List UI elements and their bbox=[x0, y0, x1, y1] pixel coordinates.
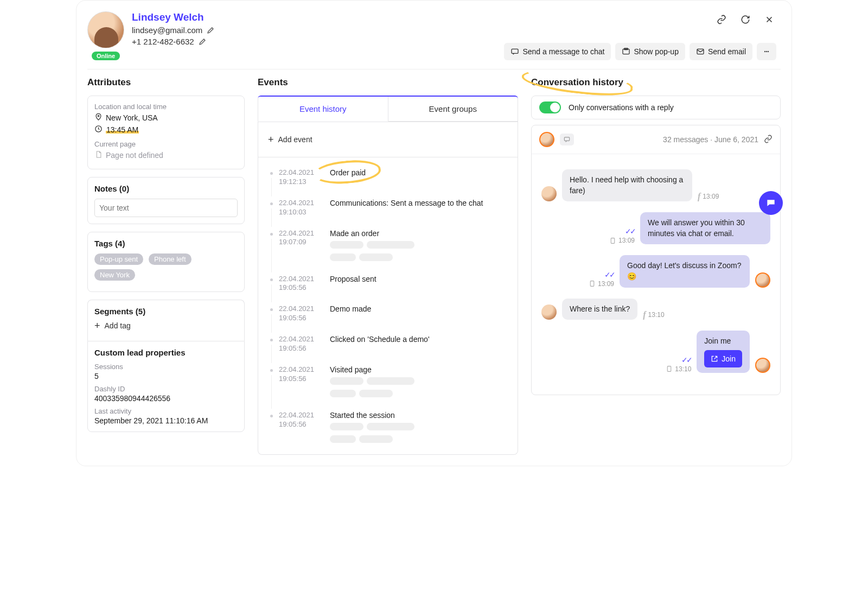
tag-item[interactable]: New York bbox=[94, 269, 135, 281]
timeline-item: 22.04.202119:05:56Started the session bbox=[258, 407, 518, 452]
svg-point-6 bbox=[768, 51, 769, 52]
timeline-item: 22.04.202119:05:56Clicked on 'Schedule a… bbox=[258, 331, 518, 361]
tag-item[interactable]: Phone left bbox=[149, 253, 192, 265]
notes-card: Notes (0) bbox=[87, 177, 245, 224]
tags-title: Tags (4) bbox=[94, 239, 238, 248]
svg-rect-9 bbox=[564, 137, 569, 141]
timeline-item: 22.04.202119:10:03Communications: Sent a… bbox=[258, 194, 518, 225]
page-icon bbox=[94, 150, 103, 160]
timeline-item: 22.04.202119:05:56Proposal sent bbox=[258, 270, 518, 301]
timeline-item: 22.04.202119:05:56Visited page bbox=[258, 361, 518, 407]
dashly-id-label: Dashly ID bbox=[94, 385, 238, 393]
custom-lead-card: Custom lead properties Sessions 5 Dashly… bbox=[87, 341, 245, 432]
segments-card: Segments (5) +Add tag bbox=[87, 300, 245, 341]
customer-avatar bbox=[541, 304, 557, 320]
segments-title: Segments (5) bbox=[94, 307, 238, 316]
operator-avatar bbox=[755, 272, 770, 288]
delivered-icon: ✓✓ bbox=[625, 227, 635, 236]
facebook-icon: f bbox=[643, 310, 646, 320]
tab-event-groups[interactable]: Event groups bbox=[388, 97, 519, 122]
svg-rect-12 bbox=[668, 366, 672, 372]
delivered-icon: ✓✓ bbox=[681, 356, 691, 364]
conversation-meta-text: 32 messages · June 6, 2021 bbox=[663, 135, 758, 144]
loc-label: Location and local time bbox=[94, 103, 238, 111]
chat-area: Hello. I need help with choosing a fare)… bbox=[532, 154, 780, 395]
pin-icon bbox=[94, 113, 103, 123]
dashly-id-value: 400335980944426556 bbox=[94, 394, 238, 403]
chat-message: Good day! Let's discuss in Zoom? 😊 bbox=[620, 255, 750, 287]
reply-filter-toggle[interactable] bbox=[539, 101, 561, 113]
operator-avatar bbox=[539, 132, 554, 147]
svg-point-15 bbox=[772, 202, 773, 203]
attributes-card: Location and local time New York, USA 13… bbox=[87, 96, 245, 169]
chat-channel-icon bbox=[560, 134, 574, 145]
last-activity-value: September 29, 2021 11:10:16 AM bbox=[94, 416, 238, 425]
notes-input[interactable] bbox=[94, 199, 238, 217]
timeline-item: 22.04.202119:07:09Made an order bbox=[258, 225, 518, 270]
send-email-button[interactable]: Send email bbox=[690, 43, 752, 60]
sessions-label: Sessions bbox=[94, 363, 238, 371]
svg-point-7 bbox=[98, 115, 99, 117]
join-button[interactable]: Join bbox=[704, 350, 742, 367]
facebook-icon: f bbox=[698, 192, 700, 201]
svg-point-14 bbox=[770, 202, 771, 203]
user-phone: +1 212-482-6632 bbox=[132, 37, 194, 46]
edit-phone-icon[interactable] bbox=[199, 38, 206, 46]
timeline-item: 22.04.202119:05:56Demo made bbox=[258, 300, 518, 331]
more-actions-button[interactable] bbox=[757, 43, 776, 60]
sessions-value: 5 bbox=[94, 372, 238, 380]
chat-message: Join me bbox=[704, 336, 742, 347]
svg-rect-10 bbox=[611, 238, 615, 244]
chat-message: Hello. I need help with choosing a fare) bbox=[562, 169, 692, 201]
edit-email-icon[interactable] bbox=[207, 27, 214, 34]
svg-rect-0 bbox=[512, 49, 518, 53]
chat-message: We will answer you within 30 minutes via… bbox=[640, 212, 770, 244]
tab-event-history[interactable]: Event history bbox=[258, 97, 388, 122]
current-page-label: Current page bbox=[94, 140, 238, 148]
svg-point-4 bbox=[764, 51, 765, 52]
event-tabs: Event history Event groups bbox=[258, 96, 518, 122]
notes-title: Notes (0) bbox=[94, 184, 238, 193]
user-name[interactable]: Lindsey Welch bbox=[132, 11, 781, 23]
new-message-fab[interactable] bbox=[759, 191, 783, 215]
tags-card: Tags (4) Pop-up sent Phone left New York bbox=[87, 232, 245, 292]
last-activity-label: Last activity bbox=[94, 407, 238, 415]
chat-message: Where is the link? bbox=[562, 299, 637, 320]
timeline-item: 22.04.202119:12:13Order paid bbox=[258, 164, 518, 194]
clock-icon bbox=[94, 125, 103, 135]
user-avatar bbox=[87, 11, 124, 48]
show-popup-button[interactable]: Show pop-up bbox=[615, 43, 685, 60]
operator-avatar bbox=[755, 358, 770, 373]
add-tag-button[interactable]: +Add tag bbox=[94, 321, 238, 330]
attributes-title: Attributes bbox=[87, 77, 245, 88]
current-page-value: Page not defined bbox=[106, 151, 163, 160]
conversation-link-icon[interactable] bbox=[764, 135, 773, 145]
profile-header: Online Lindsey Welch lindsey@gmail.com +… bbox=[87, 1, 781, 69]
custom-lead-title: Custom lead properties bbox=[94, 348, 238, 357]
svg-point-13 bbox=[769, 202, 770, 203]
local-time-value: 13:45 AM bbox=[106, 125, 139, 134]
svg-rect-11 bbox=[590, 281, 594, 287]
refresh-icon[interactable] bbox=[738, 12, 752, 27]
conversation-title: Conversation history bbox=[531, 77, 623, 87]
reply-filter-label: Only conversations with a reply bbox=[569, 103, 674, 112]
customer-avatar bbox=[541, 186, 557, 201]
send-message-button[interactable]: Send a message to chat bbox=[504, 43, 611, 60]
user-email: lindsey@gmail.com bbox=[132, 26, 202, 35]
conversation-filter-row: Only conversations with a reply bbox=[531, 96, 781, 119]
tag-item[interactable]: Pop-up sent bbox=[94, 253, 143, 265]
status-badge: Online bbox=[92, 52, 120, 60]
add-event-button[interactable]: +Add event bbox=[268, 135, 508, 144]
close-icon[interactable] bbox=[762, 12, 776, 27]
svg-point-5 bbox=[766, 51, 767, 52]
location-value: New York, USA bbox=[106, 113, 158, 122]
delivered-icon: ✓✓ bbox=[604, 270, 614, 279]
link-icon[interactable] bbox=[714, 12, 729, 27]
events-title: Events bbox=[258, 77, 518, 88]
